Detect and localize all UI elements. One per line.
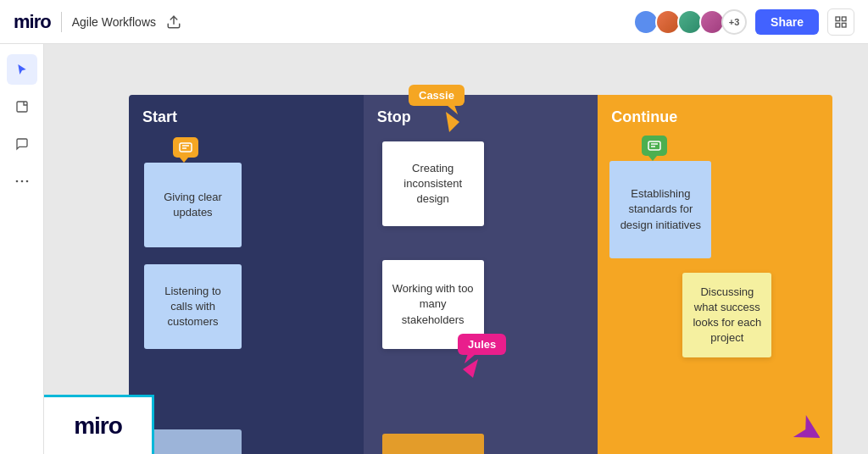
svg-point-8: [25, 180, 28, 183]
column-continue: Continue Establishing standards for desi…: [598, 95, 832, 454]
project-title: Agile Workflows: [72, 15, 156, 29]
jules-cursor: Jules: [458, 334, 506, 355]
topbar: miro Agile Workflows +3 Share: [0, 0, 868, 44]
miro-watermark: miro: [44, 395, 154, 454]
sticky-discussing-success[interactable]: Discussing what success looks for each p…: [682, 273, 771, 357]
col-continue-header: Continue: [611, 108, 819, 126]
svg-rect-5: [17, 102, 27, 112]
sticky-establishing-standards[interactable]: Establishing standards for design initia…: [609, 161, 711, 258]
svg-marker-9: [446, 112, 459, 132]
column-start: Start Giving clear updates Listening to …: [129, 95, 364, 454]
upload-button[interactable]: [166, 14, 181, 30]
svg-rect-2: [842, 17, 846, 21]
miro-watermark-text: miro: [74, 412, 122, 440]
miro-logo: miro: [14, 11, 51, 33]
comment-tool[interactable]: [7, 129, 37, 159]
continue-chat-icon: [642, 136, 667, 156]
sticky-note-tool[interactable]: [7, 91, 37, 122]
retro-board: Start Giving clear updates Listening to …: [129, 95, 832, 454]
more-tools[interactable]: [7, 166, 37, 197]
avatar-group: +3: [637, 9, 747, 35]
svg-rect-11: [180, 143, 192, 152]
continue-partial: [382, 434, 484, 454]
svg-rect-4: [836, 23, 840, 27]
canvas-area: Cassie Jules Start: [0, 44, 868, 454]
board-content: Cassie Jules Start: [44, 44, 868, 454]
sticky-giving-clear-updates[interactable]: Giving clear updates: [144, 163, 242, 247]
select-tool[interactable]: [7, 54, 37, 85]
svg-point-6: [15, 180, 18, 183]
jules-label: Jules: [458, 334, 506, 355]
svg-point-7: [20, 180, 23, 183]
topbar-right: +3 Share: [637, 8, 854, 36]
topbar-divider: [61, 12, 62, 32]
panel-icon[interactable]: [827, 8, 854, 36]
start-chat-icon: [173, 137, 198, 158]
avatar-count: +3: [721, 9, 747, 35]
cassie-cursor: Cassie: [409, 85, 465, 106]
svg-rect-1: [836, 17, 840, 21]
share-button[interactable]: Share: [755, 9, 819, 35]
partial-sticky: [144, 429, 242, 454]
svg-rect-3: [842, 23, 846, 27]
cassie-label: Cassie: [409, 85, 465, 106]
sticky-listening-calls[interactable]: Listening to calls with customers: [144, 264, 242, 349]
svg-marker-10: [463, 359, 478, 378]
svg-marker-17: [793, 415, 824, 447]
purple-arrow: [790, 413, 824, 451]
column-stop: Stop Creating inconsistent design Workin…: [364, 95, 598, 454]
sticky-creating-inconsistent[interactable]: Creating inconsistent design: [382, 141, 484, 226]
svg-rect-14: [648, 141, 660, 150]
col-start-header: Start: [142, 108, 350, 126]
col-stop-header: Stop: [377, 108, 585, 126]
left-toolbar: [0, 44, 44, 454]
